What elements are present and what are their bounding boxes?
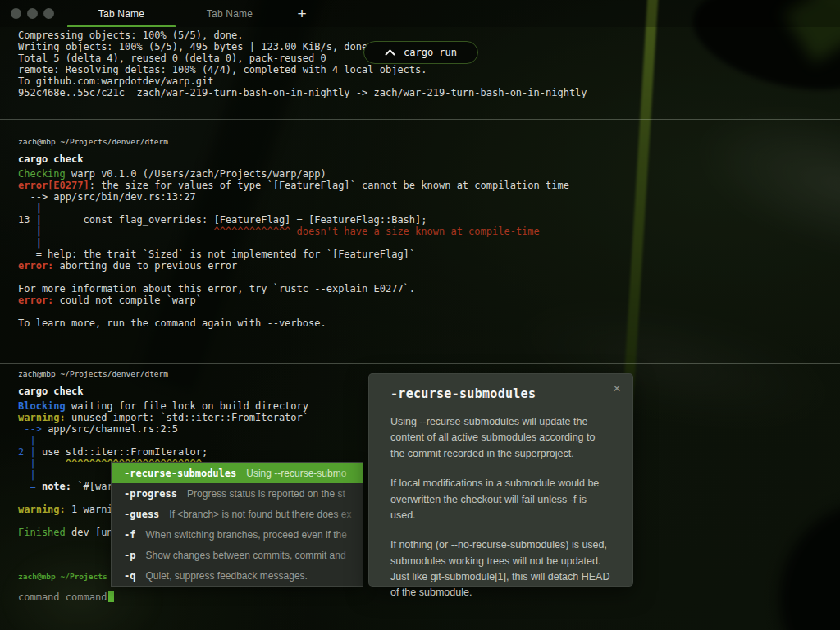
dropdown-item-p[interactable]: -pShow changes between commits, commit a… xyxy=(112,545,363,565)
text-segment: could not compile `warp` xyxy=(53,294,202,306)
window-controls xyxy=(0,8,67,19)
text-segment: warp v0.1.0 (/Users/zach/Projects/warp/a… xyxy=(66,168,326,180)
text-segment: = help: the trait `Sized` is not impleme… xyxy=(18,249,415,260)
text-segment: use std::iter::FromIterator; xyxy=(36,446,208,458)
terminal-line: Total 5 (delta 4), reused 0 (delta 0), p… xyxy=(18,52,587,64)
dropdown-item-progress[interactable]: -progressProgress status is reported on … xyxy=(112,483,363,504)
terminal-line: cargo check xyxy=(18,382,308,400)
pill-command-label: cargo run xyxy=(404,47,457,58)
text-segment: Finished xyxy=(18,527,66,538)
text-segment: To learn more, run the command again wit… xyxy=(18,317,326,329)
text-segment: | xyxy=(18,469,36,481)
terminal-line: Writing objects: 100% (5/5), 495 bytes |… xyxy=(18,41,587,52)
text-segment: unused import: `std::iter::FromIterator` xyxy=(66,412,308,423)
flag-description: If <branch> is not found but there does … xyxy=(169,509,354,520)
tab-2[interactable]: Tab Name xyxy=(176,0,284,27)
terminal-line: | xyxy=(18,435,308,446)
terminal-line: | xyxy=(18,203,569,214)
flag-label: -progress xyxy=(124,488,177,500)
terminal-line: 2 | use std::iter::FromIterator; xyxy=(18,446,308,458)
text-segment: | xyxy=(18,203,42,214)
terminal-line: To learn more, run the command again wit… xyxy=(18,317,569,329)
dropdown-item-recurse-submodules[interactable]: -recurse-submodulesUsing --recurse-submo xyxy=(112,463,363,483)
tab-bar: Tab NameTab Name + xyxy=(0,0,840,27)
dropdown-item-q[interactable]: -qQuiet, suppress feedback messages. xyxy=(112,565,363,586)
text-segment: waiting for file lock on build directory xyxy=(66,400,308,412)
text-segment: remote: Resolving deltas: 100% (4/4), co… xyxy=(18,64,427,75)
text-segment: Blocking xyxy=(18,400,66,412)
terminal-line: Blocking waiting for file lock on build … xyxy=(18,400,308,412)
text-segment: 1 warni xyxy=(66,504,113,515)
terminal-line: 13 | const flag_overrides: [FeatureFlag]… xyxy=(18,214,569,226)
terminal-line: For more information about this error, t… xyxy=(18,283,569,294)
terminal-line: zach@mbp ~/Projects xyxy=(18,568,114,591)
text-cursor xyxy=(108,591,114,602)
zoom-window-button[interactable] xyxy=(43,8,54,19)
dropdown-item-f[interactable]: -fWhen switching branches, proceed even … xyxy=(112,524,363,545)
tab-label: Tab Name xyxy=(98,8,144,20)
close-window-button[interactable] xyxy=(11,8,21,19)
text-segment: warning: xyxy=(18,412,66,423)
autocomplete-dropdown: -recurse-submodulesUsing --recurse-submo… xyxy=(111,462,363,587)
text-segment: `#[war xyxy=(71,481,113,492)
popup-body: Using --recurse-submodules will update t… xyxy=(390,414,611,601)
terminal-line: error[E0277]: the size for values of typ… xyxy=(18,180,569,191)
text-segment: zach@mbp ~/Projects xyxy=(18,572,107,581)
terminal-line: --> app/src/channel.rs:2:5 xyxy=(18,423,308,435)
popup-paragraph: Using --recurse-submodules will update t… xyxy=(390,414,611,462)
popup-paragraph: If nothing (or --no-recurse-submodules) … xyxy=(390,537,611,601)
text-segment: Writing objects: 100% (5/5), 495 bytes |… xyxy=(18,41,373,52)
text-segment: 2 | xyxy=(18,446,36,458)
text-segment xyxy=(36,458,66,469)
terminal-line: | ^^^^^^^^^^^^^ doesn't have a size know… xyxy=(18,226,569,237)
terminal-block-cargo-check-error: zach@mbp ~/Projects/denver/dtermcargo ch… xyxy=(18,134,569,329)
terminal-block-active-prompt[interactable]: zach@mbp ~/Projectscommand command xyxy=(18,568,114,604)
text-segment: --> xyxy=(18,423,48,435)
minimize-window-button[interactable] xyxy=(27,8,38,19)
block-separator xyxy=(0,363,840,364)
text-segment: aborting due to previous error xyxy=(53,260,237,272)
terminal-line: Checking warp v0.1.0 (/Users/zach/Projec… xyxy=(18,168,569,180)
tab-list: Tab NameTab Name xyxy=(67,0,284,27)
flag-label: -f xyxy=(124,529,135,541)
flag-description: When switching branches, proceed even if… xyxy=(145,529,354,541)
cargo-run-pill-button[interactable]: cargo run xyxy=(363,41,478,64)
block-separator xyxy=(0,119,840,120)
text-segment: ^^^^^^^^^^^^^ doesn't have a size known … xyxy=(213,226,539,237)
terminal-line xyxy=(18,306,569,317)
tab-label: Tab Name xyxy=(207,8,253,20)
close-icon[interactable]: × xyxy=(613,381,621,395)
flag-label: -guess xyxy=(124,509,159,520)
terminal-line: Compressing objects: 100% (5/5), done. xyxy=(18,30,587,41)
dropdown-item-guess[interactable]: -guessIf <branch> is not found but there… xyxy=(112,504,363,524)
text-segment: : the size for values of type `[FeatureF… xyxy=(89,180,569,191)
terminal-line: --> app/src/bin/dev.rs:13:27 xyxy=(18,191,569,203)
text-segment: cargo check xyxy=(18,153,83,165)
flag-description: Quiet, suppress feedback messages. xyxy=(145,570,354,582)
terminal-line: warning: unused import: `std::iter::From… xyxy=(18,412,308,423)
text-segment: Checking xyxy=(18,168,66,180)
terminal-line: zach@mbp ~/Projects/denver/dterm xyxy=(18,366,308,382)
flag-label: -q xyxy=(124,570,135,582)
tab-1[interactable]: Tab Name xyxy=(67,0,176,27)
flag-docs-popup: × -recurse-submodules Using --recurse-su… xyxy=(368,373,633,587)
command-input[interactable]: command command xyxy=(18,591,114,604)
terminal-line: cargo check xyxy=(18,150,569,168)
flag-description: Using --recurse-submo xyxy=(246,468,354,479)
flag-description: Progress status is reported on the st xyxy=(187,488,354,500)
text-segment: = xyxy=(18,481,42,492)
text-segment: 13 | const flag_overrides: [FeatureFlag]… xyxy=(18,214,427,226)
flag-description: Show changes between commits, commit and xyxy=(145,550,354,561)
text-segment: command command xyxy=(18,591,107,603)
text-segment: | xyxy=(18,226,213,237)
text-segment: To github.com:warpdotdev/warp.git xyxy=(18,75,213,87)
terminal-line: = help: the trait `Sized` is not impleme… xyxy=(18,249,569,260)
terminal-line: zach@mbp ~/Projects/denver/dterm xyxy=(18,134,569,150)
new-tab-button[interactable]: + xyxy=(284,0,320,27)
text-segment: zach@mbp ~/Projects/denver/dterm xyxy=(18,137,168,146)
text-segment: cargo check xyxy=(18,386,83,397)
flag-label: -p xyxy=(124,550,135,561)
terminal-block-git-push: Compressing objects: 100% (5/5), done.Wr… xyxy=(18,30,587,98)
terminal-line xyxy=(18,272,569,283)
popup-paragraph: If local modifications in a submodule wo… xyxy=(390,476,611,523)
